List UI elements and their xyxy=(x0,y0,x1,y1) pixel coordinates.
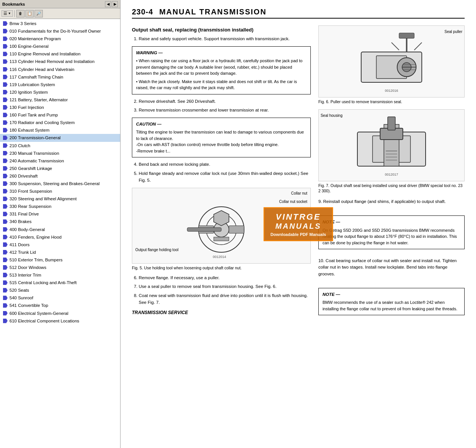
bookmark-icon xyxy=(3,296,8,300)
bookmark-item[interactable]: 100 Engine-General xyxy=(0,42,120,50)
bookmark-label: 240 Automatic Transmission xyxy=(9,158,119,164)
note-box-1: NOTE — On Getrag S5D 200G and S5D 250G t… xyxy=(318,215,465,249)
bookmark-icon xyxy=(3,151,8,156)
bookmark-item[interactable]: 180 Exhaust System xyxy=(0,126,120,134)
fig6-caption: Fig. 6. Puller used to remove transmissi… xyxy=(318,99,465,105)
bookmark-label: 100 Engine-General xyxy=(9,43,119,49)
bookmark-icon xyxy=(3,204,8,209)
bookmark-item[interactable]: 300 Suspension, Steering and Brakes-Gene… xyxy=(0,180,120,187)
step-8: Coat new seal with transmission fluid an… xyxy=(139,292,311,306)
caution-box: CAUTION — Tilting the engine to lower th… xyxy=(132,118,311,157)
bookmark-item[interactable]: 320 Steering and Wheel Alignment xyxy=(0,195,120,203)
bookmark-list[interactable]: Bmw 3 Series010 Fundamentals for the Do-… xyxy=(0,19,120,448)
bookmark-icon xyxy=(3,212,8,216)
bookmark-item[interactable]: 512 Door Windows xyxy=(0,264,120,271)
options-button[interactable]: 🔎 xyxy=(34,10,43,17)
warning-box: WARNING — When raising the car using a f… xyxy=(132,46,311,94)
steps-list-2: Remove driveshaft. See 260 Driveshaft. R… xyxy=(139,98,311,114)
bookmark-icon xyxy=(3,196,8,201)
bookmark-item[interactable]: 121 Battery, Starter, Alternator xyxy=(0,96,120,104)
bookmark-item[interactable]: 400 Body-General xyxy=(0,226,120,233)
bookmark-label: 210 Clutch xyxy=(9,143,119,149)
bookmark-item[interactable]: 113 Cylinder Head Removal and Installati… xyxy=(0,58,120,65)
bookmark-item[interactable]: 119 Lubrication System xyxy=(0,81,120,88)
bookmark-icon xyxy=(3,235,8,239)
bookmark-label: 540 Sunroof xyxy=(9,295,119,301)
bookmark-item[interactable]: 230 Manual Transmission xyxy=(0,149,120,157)
bookmark-item[interactable]: 600 Electrical System-General xyxy=(0,310,120,317)
bookmark-icon xyxy=(3,227,8,232)
bookmark-item[interactable]: 210 Clutch xyxy=(0,142,120,149)
bookmark-item[interactable]: 120 Ignition System xyxy=(0,88,120,96)
bookmark-label: 116 Cylinder Head and Valvetrain xyxy=(9,66,119,72)
fig7-container: 0012017 Seal housing Fig. 7. Output shaf… xyxy=(318,109,465,194)
bookmark-item[interactable]: 330 Rear Suspension xyxy=(0,203,120,210)
bookmark-item[interactable]: 515 Central Locking and Anti-Theft xyxy=(0,279,120,286)
bookmark-label: 400 Body-General xyxy=(9,226,119,233)
bookmark-item[interactable]: 340 Brakes xyxy=(0,218,120,225)
export-button[interactable]: 📋 xyxy=(25,10,34,17)
bookmark-item[interactable]: 110 Engine Removal and Installation xyxy=(0,50,120,58)
bookmark-item[interactable]: 117 Camshaft Timing Chain xyxy=(0,73,120,81)
page-header: 230-4 Manual Transmission xyxy=(132,8,465,19)
step9-text: 9. Reinstall output flange (and shims, i… xyxy=(318,198,465,205)
bookmark-label: 200 Transmission-General xyxy=(9,135,119,141)
bookmark-icon xyxy=(3,67,8,72)
section-heading: Output shaft seal, replacing (transmissi… xyxy=(132,27,311,33)
bookmark-item[interactable]: 541 Convertible Top xyxy=(0,302,120,309)
bookmark-label: 510 Exterior Trim, Bumpers xyxy=(9,257,119,263)
nav-next-button[interactable]: ▶ xyxy=(112,1,118,7)
bookmark-item[interactable]: 510 Exterior Trim, Bumpers xyxy=(0,256,120,264)
delete-button[interactable]: 🗑 xyxy=(16,10,25,17)
steps-list-3: Bend back and remove locking plate. Hold… xyxy=(139,161,311,184)
bookmark-item[interactable]: 130 Fuel Injection xyxy=(0,104,120,111)
bookmark-icon xyxy=(3,36,8,41)
panel-title: Bookmarks xyxy=(2,2,25,6)
bookmark-item[interactable]: 250 Gearshift Linkage xyxy=(0,165,120,172)
bookmark-label: 340 Brakes xyxy=(9,218,119,225)
bookmark-item[interactable]: 116 Cylinder Head and Valvetrain xyxy=(0,66,120,73)
bookmark-item[interactable]: 410 Fenders, Engine Hood xyxy=(0,233,120,241)
seal-housing-label: Seal housing xyxy=(321,113,343,118)
note-box-2: NOTE — BMW recommends the use of a seale… xyxy=(318,288,465,315)
bookmark-icon xyxy=(3,159,8,163)
bookmark-item[interactable]: 513 Interior Trim xyxy=(0,271,120,279)
bookmark-item[interactable]: 160 Fuel Tank and Pump xyxy=(0,111,120,119)
bookmark-item[interactable]: 540 Sunroof xyxy=(0,294,120,302)
svg-text:0012017: 0012017 xyxy=(385,173,398,176)
bookmark-item[interactable]: Bmw 3 Series xyxy=(0,20,120,27)
bookmark-item[interactable]: 260 Driveshaft xyxy=(0,172,120,180)
bookmark-item[interactable]: 310 Front Suspension xyxy=(0,187,120,195)
main-content[interactable]: VINTRGE MANUALS Downloadable PDF Manuals… xyxy=(121,0,476,448)
bookmark-label: 310 Front Suspension xyxy=(9,188,119,194)
bookmark-item[interactable]: 240 Automatic Transmission xyxy=(0,157,120,165)
bookmark-item[interactable]: 610 Electrical Component Locations xyxy=(0,317,120,325)
nav-prev-button[interactable]: ◀ xyxy=(105,1,111,7)
bookmark-icon xyxy=(3,250,8,255)
panel-toolbar: ☰ ▼ 🗑 📋 🔎 xyxy=(0,8,120,19)
bookmark-icon xyxy=(3,189,8,193)
toolbar-dropdown[interactable]: ☰ ▼ xyxy=(2,10,13,17)
bookmark-icon xyxy=(3,90,8,94)
bookmark-item[interactable]: 020 Maintenance Program xyxy=(0,35,120,42)
bookmark-label: 170 Radiator and Cooling System xyxy=(9,119,119,126)
bookmark-item[interactable]: 412 Trunk Lid xyxy=(0,248,120,256)
bookmark-icon xyxy=(3,166,8,171)
transmission-service: TRANSMISSION SERVICE xyxy=(132,310,311,315)
bookmark-label: 300 Suspension, Steering and Brakes-Gene… xyxy=(9,181,119,187)
warning-list: When raising the car using a floor jack … xyxy=(136,58,307,91)
bookmark-item[interactable]: 170 Radiator and Cooling System xyxy=(0,119,120,126)
svg-marker-7 xyxy=(214,211,229,226)
left-panel: Bookmarks ◀ ▶ ☰ ▼ 🗑 📋 🔎 Bmw 3 Series010 … xyxy=(0,0,121,448)
note-title-2: NOTE — xyxy=(323,291,460,298)
step-3: Remove transmission crossmember and lowe… xyxy=(139,107,311,114)
bookmark-item[interactable]: 411 Doors xyxy=(0,241,120,248)
bookmark-item[interactable]: 010 Fundamentals for the Do-It-Yourself … xyxy=(0,27,120,35)
fig5-box: 0012014 Collar nut Collar nut socket Out… xyxy=(132,188,311,264)
bookmark-label: 010 Fundamentals for the Do-It-Yourself … xyxy=(9,28,119,34)
bookmark-item[interactable]: 520 Seats xyxy=(0,286,120,294)
bookmark-item[interactable]: 200 Transmission-General xyxy=(0,134,120,141)
bookmark-item[interactable]: 331 Final Drive xyxy=(0,210,120,218)
bookmark-icon xyxy=(3,280,8,285)
bookmark-label: 412 Trunk Lid xyxy=(9,249,119,255)
